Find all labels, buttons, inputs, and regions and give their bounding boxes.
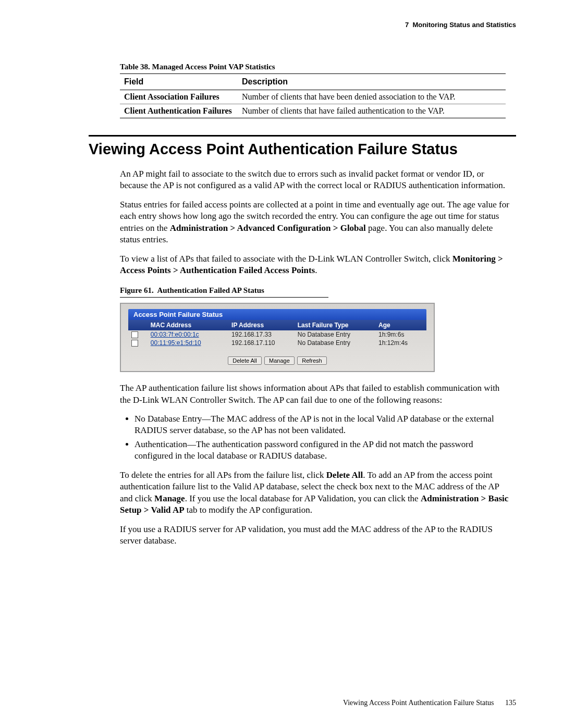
figure-label: Figure 61. [120,286,154,294]
col-header-ip: IP Address [228,320,295,330]
manage-button[interactable]: Manage [264,356,295,365]
page-number: 135 [505,699,516,707]
page-footer: Viewing Access Point Authentication Fail… [343,699,516,707]
field-desc: Number of clients that have been denied … [238,90,506,104]
paragraph: Status entries for failed access points … [120,199,511,246]
field-name: Client Association Failures [120,90,238,104]
field-desc: Number of clients that have failed authe… [238,104,506,118]
refresh-button[interactable]: Refresh [297,356,327,365]
section-heading: Viewing Access Point Authentication Fail… [89,135,516,158]
paragraph: To delete the entries for all APs from t… [120,470,511,516]
panel-title: Access Point Failure Status [128,309,426,320]
col-header-desc: Description [238,74,506,90]
age-cell: 1h:12m:4s [375,339,426,347]
ap-failure-row: 00:03:7f:e0:00:1c 192.168.17.33 No Datab… [128,330,426,339]
table-caption: Table 38. Managed Access Point VAP Stati… [120,63,516,71]
col-header-field: Field [120,74,238,90]
paragraph: The AP authentication failure list shows… [120,382,511,406]
row-checkbox[interactable] [131,340,138,347]
list-item: Authentication—The authentication passwo… [134,439,510,462]
table-title: Managed Access Point VAP Statistics [152,63,275,71]
table-row: Client Authentication Failures Number of… [120,104,506,118]
failure-type-cell: No Database Entry [295,330,375,339]
list-item: No Database Entry—The MAC address of the… [134,413,510,437]
delete-all-button[interactable]: Delete All [228,356,261,365]
failure-reasons-list: No Database Entry—The MAC address of the… [120,413,510,462]
figure-rule [120,297,328,298]
col-header-age: Age [375,320,426,330]
age-cell: 1h:9m:6s [375,330,426,339]
chapter-number: 7 [405,21,409,29]
paragraph: An AP might fail to associate to the swi… [120,168,511,192]
paragraph: If you use a RADIUS server for AP valida… [120,524,511,547]
footer-title: Viewing Access Point Authentication Fail… [343,699,494,707]
mac-link[interactable]: 00:03:7f:e0:00:1c [148,330,228,339]
ip-cell: 192.168.17.33 [228,330,295,339]
figure-title: Authentication Failed AP Status [157,286,264,294]
running-header: 7 Monitoring Status and Statistics [47,21,516,29]
ip-cell: 192.168.17.110 [228,339,295,347]
table-label: Table 38. [120,63,150,71]
row-checkbox[interactable] [131,331,138,338]
failure-type-cell: No Database Entry [295,339,375,347]
table-row: Client Association Failures Number of cl… [120,90,506,104]
vap-statistics-table: Field Description Client Association Fai… [120,73,506,118]
ap-failure-status-screenshot: Access Point Failure Status MAC Address … [120,303,435,373]
col-header-mac: MAC Address [148,320,228,330]
field-name: Client Authentication Failures [120,104,238,118]
nav-path: Administration > Advanced Configuration … [170,223,366,233]
paragraph: To view a list of APs that failed to ass… [120,253,511,277]
panel-header-row: MAC Address IP Address Last Failure Type… [128,320,426,330]
col-header-type: Last Failure Type [295,320,375,330]
mac-link[interactable]: 00:11:95:e1:5d:10 [148,339,228,347]
ap-failure-row: 00:11:95:e1:5d:10 192.168.17.110 No Data… [128,339,426,347]
figure-caption: Figure 61. Authentication Failed AP Stat… [120,286,516,295]
chapter-title: Monitoring Status and Statistics [412,21,516,29]
